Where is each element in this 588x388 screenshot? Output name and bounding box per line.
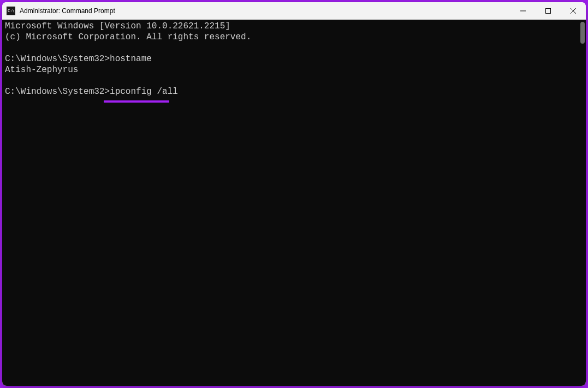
minimize-button[interactable] xyxy=(510,2,536,20)
prompt-line-1: C:\Windows\System32>hostname xyxy=(5,53,583,64)
svg-text:C:\: C:\ xyxy=(8,9,15,13)
prompt-line-2: C:\Windows\System32>ipconfig /all xyxy=(5,86,583,97)
blank-line xyxy=(5,75,583,86)
titlebar[interactable]: C:\ Administrator: Command Prompt xyxy=(2,2,586,20)
hostname-output: Atish-Zephyrus xyxy=(5,64,583,75)
command-hostname: hostname xyxy=(110,54,152,64)
scrollbar-thumb[interactable] xyxy=(580,22,585,44)
close-button[interactable] xyxy=(561,2,586,20)
annotation-underline xyxy=(104,100,169,103)
command-ipconfig: ipconfig /all xyxy=(110,87,178,97)
copyright-line: (c) Microsoft Corporation. All rights re… xyxy=(5,32,583,43)
window: C:\ Administrator: Command Prompt Micros… xyxy=(2,2,586,386)
prompt-path: C:\Windows\System32> xyxy=(5,87,110,97)
svg-rect-3 xyxy=(546,9,551,14)
window-controls xyxy=(510,2,586,20)
terminal-area[interactable]: Microsoft Windows [Version 10.0.22621.22… xyxy=(2,20,586,386)
blank-line xyxy=(5,43,583,53)
window-title: Administrator: Command Prompt xyxy=(20,7,115,15)
maximize-button[interactable] xyxy=(536,2,561,20)
cmd-icon: C:\ xyxy=(7,7,15,15)
version-line: Microsoft Windows [Version 10.0.22621.22… xyxy=(5,21,583,32)
prompt-path: C:\Windows\System32> xyxy=(5,54,110,64)
